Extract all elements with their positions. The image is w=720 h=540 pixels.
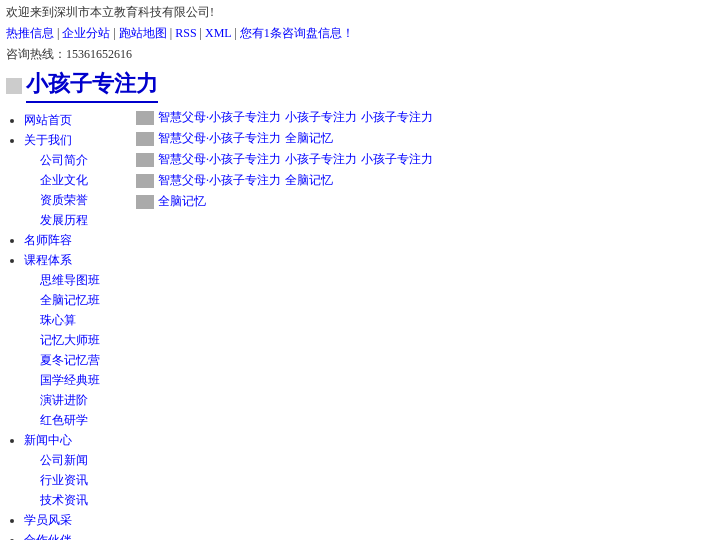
thumb-link-2a[interactable]: 智慧父母·小孩子专注力 (158, 130, 281, 147)
nav-company-intro[interactable]: 公司简介 (40, 153, 88, 167)
nav-memory-master[interactable]: 记忆大师班 (40, 333, 100, 347)
nav-company-culture[interactable]: 企业文化 (40, 173, 88, 187)
thumb-image-5 (136, 195, 154, 209)
nav-teachers[interactable]: 名师阵容 (24, 233, 72, 247)
thumb-image-3 (136, 153, 154, 167)
nav-mindmap[interactable]: 思维导图班 (40, 273, 100, 287)
nav-history[interactable]: 发展历程 (40, 213, 88, 227)
nav-menu: 网站首页 关于我们 公司简介 企业文化 资质荣誉 发展历程 名师阵容 课程体系 (6, 109, 126, 540)
main-content: 网站首页 关于我们 公司简介 企业文化 资质荣誉 发展历程 名师阵容 课程体系 (0, 105, 720, 540)
nav-partners[interactable]: 合作伙伴 (24, 533, 72, 540)
hotline-bar: 咨询热线：15361652616 (0, 44, 720, 65)
nav-abacus[interactable]: 珠心算 (40, 313, 76, 327)
thumb-row-4: 智慧父母·小孩子专注力 全脑记忆 (136, 172, 714, 189)
thumb-row-2: 智慧父母·小孩子专注力 全脑记忆 (136, 130, 714, 147)
nav-xml[interactable]: XML (205, 26, 231, 40)
welcome-text: 欢迎来到深圳市本立教育科技有限公司! (0, 0, 720, 23)
right-area: 智慧父母·小孩子专注力 小孩子专注力 小孩子专注力 智慧父母·小孩子专注力 全脑… (126, 109, 714, 540)
thumb-link-1a[interactable]: 智慧父母·小孩子专注力 (158, 109, 281, 126)
nav-tech-news[interactable]: 技术资讯 (40, 493, 88, 507)
thumb-row-3: 智慧父母·小孩子专注力 小孩子专注力 小孩子专注力 (136, 151, 714, 168)
nav-qualification[interactable]: 资质荣誉 (40, 193, 88, 207)
nav-about[interactable]: 关于我们 (24, 133, 72, 147)
nav-speech[interactable]: 演讲进阶 (40, 393, 88, 407)
nav-sitemap[interactable]: 跑站地图 (119, 26, 167, 40)
nav-guoxue[interactable]: 国学经典班 (40, 373, 100, 387)
top-nav: 热推信息 | 企业分站 | 跑站地图 | RSS | XML | 您有1条咨询盘… (0, 23, 720, 44)
nav-redculture[interactable]: 红色研学 (40, 413, 88, 427)
thumb-link-2b[interactable]: 全脑记忆 (285, 130, 333, 147)
thumb-link-1b[interactable]: 小孩子专注力 (285, 109, 357, 126)
thumb-image-1 (136, 111, 154, 125)
thumb-image-4 (136, 174, 154, 188)
logo-text: 小孩子专注力 (26, 69, 158, 103)
thumb-link-1c[interactable]: 小孩子专注力 (361, 109, 433, 126)
thumb-link-3c[interactable]: 小孩子专注力 (361, 151, 433, 168)
nav-news[interactable]: 新闻中心 (24, 433, 72, 447)
logo-area: 小孩子专注力 (0, 65, 720, 105)
thumb-link-3a[interactable]: 智慧父母·小孩子专注力 (158, 151, 281, 168)
nav-summer-camp[interactable]: 夏冬记忆营 (40, 353, 100, 367)
nav-industry-news[interactable]: 行业资讯 (40, 473, 88, 487)
nav-home[interactable]: 网站首页 (24, 113, 72, 127)
thumb-link-4a[interactable]: 智慧父母·小孩子专注力 (158, 172, 281, 189)
thumb-link-4b[interactable]: 全脑记忆 (285, 172, 333, 189)
thumb-link-5a[interactable]: 全脑记忆 (158, 193, 206, 210)
nav-fullbrain[interactable]: 全脑记忆班 (40, 293, 100, 307)
thumb-link-3b[interactable]: 小孩子专注力 (285, 151, 357, 168)
logo-image (6, 78, 22, 94)
nav-hotpush[interactable]: 热推信息 (6, 26, 54, 40)
thumb-row-1: 智慧父母·小孩子专注力 小孩子专注力 小孩子专注力 (136, 109, 714, 126)
nav-inquiry[interactable]: 您有1条咨询盘信息！ (240, 26, 354, 40)
nav-courses[interactable]: 课程体系 (24, 253, 72, 267)
nav-branch[interactable]: 企业分站 (62, 26, 110, 40)
thumb-row-5: 全脑记忆 (136, 193, 714, 210)
nav-rss[interactable]: RSS (175, 26, 196, 40)
thumb-image-2 (136, 132, 154, 146)
nav-students[interactable]: 学员风采 (24, 513, 72, 527)
nav-company-news[interactable]: 公司新闻 (40, 453, 88, 467)
